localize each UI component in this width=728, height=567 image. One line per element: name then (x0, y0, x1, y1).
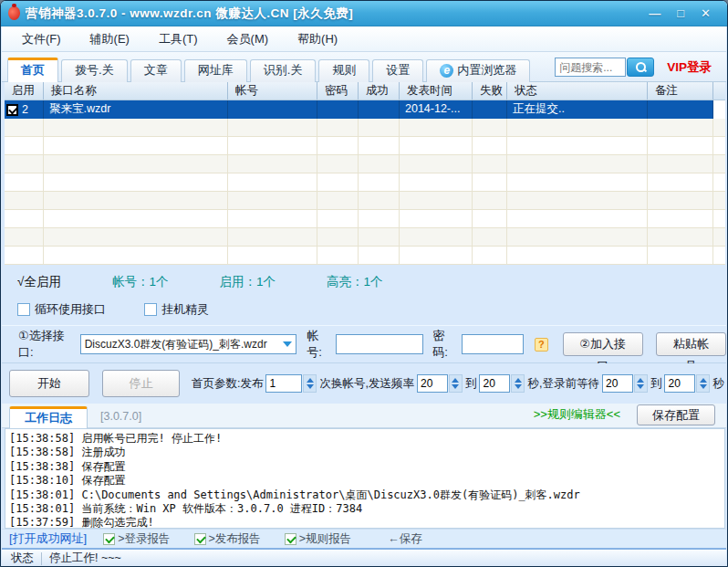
interface-select-bar: ①选择接口: DiscuzX3.0群发(有验证码)_刺客.wzdr 帐号: 密码… (2, 325, 726, 363)
loop-interface-option[interactable]: 循环使用接口 (17, 301, 106, 318)
app-window: 营销神器3.0.7.0 - www.wzdr.cn 微赚达人.CN [永久免费]… (0, 0, 728, 567)
publish-count-stepper[interactable] (303, 374, 317, 393)
all-enable-label[interactable]: √全启用 (17, 274, 61, 290)
row-checkbox[interactable] (6, 104, 18, 116)
version-label: [3.0.7.0] (100, 410, 141, 423)
log-line: [15:37:59] 删除勾选完成! (9, 516, 724, 529)
add-interface-button[interactable]: ②加入接口 (563, 332, 643, 356)
row-index: 2 (22, 101, 28, 119)
password-label: 密码: (432, 328, 458, 361)
menu-file[interactable]: 文件(F) (7, 26, 76, 51)
table-empty-rows (5, 119, 725, 265)
frequency-to-input[interactable] (479, 374, 510, 393)
row-success-cell (359, 100, 400, 119)
publish-count-input[interactable] (265, 374, 302, 393)
interface-select[interactable]: DiscuzX3.0群发(有验证码)_刺客.wzdr (80, 334, 296, 354)
column-header-name[interactable]: 接口名称 (44, 82, 228, 100)
column-header-status[interactable]: 状态 (507, 82, 648, 100)
column-header-filler (713, 82, 725, 100)
search-button[interactable] (627, 58, 654, 77)
column-header-password[interactable]: 密码 (317, 82, 359, 100)
menu-member[interactable]: 会员(M) (213, 26, 284, 51)
table-header: 启用 接口名称 帐号 密码 成功 发表时间 失败 状态 备注 (5, 82, 725, 100)
rule-editor-link[interactable]: >>规则编辑器<< (534, 406, 620, 423)
open-success-url-link[interactable]: [打开成功网址] (9, 530, 87, 547)
column-header-enable[interactable]: 启用 (5, 82, 44, 100)
wait-from-stepper[interactable] (634, 374, 648, 393)
column-header-remark[interactable]: 备注 (648, 82, 713, 100)
menu-help[interactable]: 帮助(H) (283, 26, 352, 51)
wait-to-stepper[interactable] (696, 374, 710, 393)
tab-bar: 首页 拨号.关 文章 网址库 识别.关 规则 设置 e内置浏览器 VIP登录 (2, 52, 726, 82)
hangup-genius-checkbox[interactable] (144, 303, 157, 316)
login-report-checkbox[interactable] (103, 533, 115, 545)
frequency-from-stepper[interactable] (449, 374, 463, 393)
wait-to-input[interactable] (664, 374, 695, 393)
account-count: 帐号：1个 (112, 274, 169, 290)
row-name-cell: 聚来宝.wzdr (44, 100, 228, 119)
save-config-button[interactable]: 保存配置 (637, 404, 715, 425)
save-hint-label: ←保存 (388, 531, 422, 547)
work-log-output[interactable]: [15:38:58] 启用帐号已用完! 停止工作! [15:38:58] 注册成… (5, 428, 725, 529)
column-header-account[interactable]: 帐号 (228, 82, 317, 100)
log-line: [15:38:58] 注册成功 (9, 446, 724, 459)
status-divider (41, 552, 42, 565)
tab-settings[interactable]: 设置 (372, 59, 423, 82)
summary-stats: √全启用 帐号：1个 启用：1个 高亮：1个 (5, 265, 725, 290)
tab-home[interactable]: 首页 (7, 58, 58, 82)
log-tab-bar: 工作日志 [3.0.7.0] >>规则编辑器<< 保存配置 (2, 404, 726, 428)
publish-report-checkbox[interactable] (194, 533, 206, 545)
tab-dial[interactable]: 拨号.关 (61, 59, 128, 82)
search-input[interactable] (555, 58, 626, 77)
log-line: [15:38:01] 当前系统：Win XP 软件版本：3.0.7.0 进程ID… (9, 502, 724, 516)
enabled-count: 启用：1个 (219, 274, 276, 290)
column-header-success[interactable]: 成功 (359, 82, 400, 100)
menu-assist[interactable]: 辅助(E) (76, 26, 144, 51)
rule-report-option[interactable]: >规则报告 (285, 531, 351, 547)
summary-section: √全启用 帐号：1个 启用：1个 高亮：1个 循环使用接口 挂机精灵 (5, 265, 725, 325)
app-icon (8, 6, 20, 20)
tab-article[interactable]: 文章 (130, 59, 182, 82)
highlight-count: 高亮：1个 (327, 274, 383, 290)
tab-urls[interactable]: 网址库 (184, 59, 247, 82)
interface-table: 启用 接口名称 帐号 密码 成功 发表时间 失败 状态 备注 2 聚来宝.wzd… (5, 82, 725, 265)
tab-rules[interactable]: 规则 (318, 59, 369, 82)
frequency-label: 次换帐号,发送频率 (319, 376, 413, 392)
menu-bar: 文件(F) 辅助(E) 工具(T) 会员(M) 帮助(H) (2, 26, 726, 52)
option-checkboxes: 循环使用接口 挂机精灵 (5, 290, 725, 318)
tab-recognize[interactable]: 识别.关 (250, 59, 317, 82)
column-header-time[interactable]: 发表时间 (400, 82, 473, 100)
frequency-from-input[interactable] (417, 374, 448, 393)
menu-tools[interactable]: 工具(T) (144, 26, 213, 51)
row-fail-cell (473, 100, 507, 119)
log-line: [15:38:58] 启用帐号已用完! 停止工作! (9, 432, 724, 446)
password-input[interactable] (462, 334, 524, 354)
table-row[interactable]: 2 聚来宝.wzdr 2014-12-... 正在提交.. (5, 100, 725, 119)
account-input[interactable] (336, 334, 423, 354)
window-title: 营销神器3.0.7.0 - www.wzdr.cn 微赚达人.CN [永久免费] (26, 5, 353, 22)
minimize-button[interactable]: — (649, 6, 660, 20)
work-log-tab[interactable]: 工作日志 (9, 406, 88, 428)
maximize-button[interactable]: □ (677, 6, 684, 20)
log-line: [15:38:10] 保存配置 (9, 474, 724, 488)
help-icon[interactable]: ? (535, 338, 547, 352)
hangup-genius-option[interactable]: 挂机精灵 (144, 301, 209, 318)
seconds-label: 秒 (712, 376, 724, 392)
select-interface-label: ①选择接口: (18, 328, 77, 361)
vip-login-link[interactable]: VIP登录 (667, 59, 712, 76)
title-bar: 营销神器3.0.7.0 - www.wzdr.cn 微赚达人.CN [永久免费]… (1, 1, 727, 26)
frequency-to-stepper[interactable] (511, 374, 525, 393)
stop-button[interactable]: 停止 (102, 370, 180, 397)
wait-from-input[interactable] (602, 374, 633, 393)
publish-report-option[interactable]: >发布报告 (194, 531, 261, 547)
window-controls: — □ ✕ (649, 6, 720, 20)
tab-browser[interactable]: e内置浏览器 (426, 59, 530, 82)
paste-account-button[interactable]: 粘贴帐号 (656, 332, 726, 356)
to-label-2: 到 (650, 376, 662, 392)
start-button[interactable]: 开始 (9, 370, 89, 397)
close-button[interactable]: ✕ (701, 6, 711, 20)
column-header-fail[interactable]: 失败 (473, 82, 507, 100)
loop-interface-checkbox[interactable] (17, 303, 30, 316)
login-report-option[interactable]: >登录报告 (103, 531, 170, 547)
rule-report-checkbox[interactable] (285, 533, 296, 545)
